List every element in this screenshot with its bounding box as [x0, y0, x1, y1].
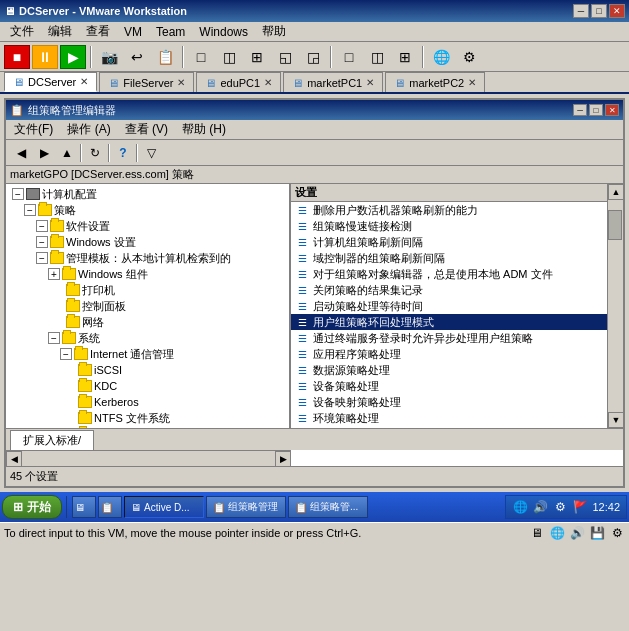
tree-expand-internet[interactable]: −	[60, 348, 72, 360]
right-item-4[interactable]: ☰ 对于组策略对象编辑器，总是使用本地 ADM 文件	[291, 266, 607, 282]
start-button[interactable]: ⊞ 开始	[2, 495, 62, 519]
tree-expand-sw[interactable]: −	[36, 220, 48, 232]
tree-item-network[interactable]: 网络	[8, 314, 287, 330]
tray-icon-speaker[interactable]: 🔊	[532, 499, 548, 515]
toolbar-btn9[interactable]: □	[336, 45, 362, 69]
toolbar-restore-btn[interactable]: ↩	[124, 45, 150, 69]
tree-scrollbar-h[interactable]: ◀ ▶	[6, 450, 291, 466]
tab-marketpc1[interactable]: 🖥 marketPC1 ✕	[283, 72, 383, 92]
toolbar-btn11[interactable]: ⊞	[392, 45, 418, 69]
tree-item-kdc[interactable]: KDC	[8, 378, 287, 394]
toolbar-btn10[interactable]: ◫	[364, 45, 390, 69]
inner-filter-btn[interactable]: ▽	[140, 143, 162, 163]
taskbar-btn-active[interactable]: 🖥 Active D...	[124, 496, 204, 518]
inner-menu-view[interactable]: 查看 (V)	[119, 120, 174, 139]
right-item-8[interactable]: ☰ 通过终端服务登录时允许异步处理用户组策略	[291, 330, 607, 346]
tab-fileserver[interactable]: 🖥 FileServer ✕	[99, 72, 194, 92]
inner-menu-file[interactable]: 文件(F)	[8, 120, 59, 139]
right-item-13[interactable]: ☰ 环境策略处理	[291, 410, 607, 426]
tree-item-wincomp[interactable]: + Windows 组件	[8, 266, 287, 282]
toolbar-settings-btn[interactable]: ⚙	[456, 45, 482, 69]
tree-item-sw[interactable]: − 软件设置	[8, 218, 287, 234]
tray-icon-flag[interactable]: 🚩	[572, 499, 588, 515]
menu-edit[interactable]: 编辑	[42, 22, 78, 41]
tree-item-iscsi[interactable]: iSCSI	[8, 362, 287, 378]
right-item-5[interactable]: ☰ 关闭策略的结果集记录	[291, 282, 607, 298]
tree-item-admin[interactable]: − 管理模板：从本地计算机检索到的	[8, 250, 287, 266]
inner-close-btn[interactable]: ✕	[605, 104, 619, 116]
toolbar-pause-btn[interactable]: ⏸	[32, 45, 58, 69]
right-item-2[interactable]: ☰ 计算机组策略刷新间隔	[291, 234, 607, 250]
scroll-up-btn[interactable]: ▲	[608, 184, 623, 200]
scroll-thumb[interactable]	[608, 210, 622, 240]
tab-marketpc2[interactable]: 🖥 marketPC2 ✕	[385, 72, 485, 92]
taskbar-btn-icon1[interactable]: 🖥	[72, 496, 96, 518]
toolbar-stop-btn[interactable]: ▶	[60, 45, 86, 69]
inner-forward-btn[interactable]: ▶	[33, 143, 55, 163]
toolbar-btn5[interactable]: ◫	[216, 45, 242, 69]
tree-expand-win-settings[interactable]: −	[36, 236, 48, 248]
vm-icon-3[interactable]: 🔊	[569, 525, 585, 541]
tree-item-ctrlpanel[interactable]: 控制面板	[8, 298, 287, 314]
tree-expand-system[interactable]: −	[48, 332, 60, 344]
right-item-7[interactable]: ☰ 用户组策略环回处理模式	[291, 314, 607, 330]
toolbar-snap-btn[interactable]: 📷	[96, 45, 122, 69]
tab-edupc1[interactable]: 🖥 eduPC1 ✕	[196, 72, 281, 92]
taskbar-btn-gp1[interactable]: 📋 组策略管理	[206, 496, 286, 518]
tree-pane[interactable]: − 计算机配置 − 策略 − 软件设置 − Windows 设置	[6, 184, 291, 428]
inner-back-btn[interactable]: ◀	[10, 143, 32, 163]
scroll-track[interactable]	[608, 200, 623, 412]
menu-team[interactable]: Team	[150, 24, 191, 40]
scroll-h-track[interactable]	[22, 451, 275, 466]
tree-item-win-settings[interactable]: − Windows 设置	[8, 234, 287, 250]
menu-help[interactable]: 帮助	[256, 22, 292, 41]
taskbar-btn-gp2[interactable]: 📋 组策略管...	[288, 496, 368, 518]
menu-view[interactable]: 查看	[80, 22, 116, 41]
inner-menu-action[interactable]: 操作 (A)	[61, 120, 116, 139]
toolbar-btn4[interactable]: □	[188, 45, 214, 69]
tab-fileserver-close[interactable]: ✕	[177, 77, 185, 88]
tree-expand-policy[interactable]: −	[24, 204, 36, 216]
right-item-0[interactable]: ☰ 删除用户数活机器策略刷新的能力	[291, 202, 607, 218]
right-pane-scrollbar-v[interactable]: ▲ ▼	[607, 184, 623, 428]
toolbar-btn8[interactable]: ◲	[300, 45, 326, 69]
tree-item-root[interactable]: − 计算机配置	[8, 186, 287, 202]
toolbar-btn6[interactable]: ⊞	[244, 45, 270, 69]
inner-minimize-btn[interactable]: ─	[573, 104, 587, 116]
right-item-12[interactable]: ☰ 设备映射策略处理	[291, 394, 607, 410]
scroll-right-btn[interactable]: ▶	[275, 451, 291, 467]
tab-marketpc2-close[interactable]: ✕	[468, 77, 476, 88]
tree-item-ntfs[interactable]: NTFS 文件系统	[8, 410, 287, 426]
toolbar-power-btn[interactable]: ■	[4, 45, 30, 69]
tab-dcserver[interactable]: 🖥 DCServer ✕	[4, 72, 97, 92]
inner-refresh-btn[interactable]: ↻	[84, 143, 106, 163]
right-item-10[interactable]: ☰ 数据源策略处理	[291, 362, 607, 378]
tree-item-system[interactable]: − 系统	[8, 330, 287, 346]
tray-icon-network[interactable]: 🌐	[512, 499, 528, 515]
tab-edupc1-close[interactable]: ✕	[264, 77, 272, 88]
toolbar-btn7[interactable]: ◱	[272, 45, 298, 69]
vm-icon-4[interactable]: 💾	[589, 525, 605, 541]
right-item-6[interactable]: ☰ 启动策略处理等待时间	[291, 298, 607, 314]
tree-expand-root[interactable]: −	[12, 188, 24, 200]
scroll-down-btn[interactable]: ▼	[608, 412, 623, 428]
inner-up-btn[interactable]: ▲	[56, 143, 78, 163]
maximize-button[interactable]: □	[591, 4, 607, 18]
right-item-1[interactable]: ☰ 组策略慢速链接检测	[291, 218, 607, 234]
menu-windows[interactable]: Windows	[193, 24, 254, 40]
bottom-tab-expand[interactable]: 扩展入标准/	[10, 430, 94, 450]
tree-item-internet[interactable]: − Internet 通信管理	[8, 346, 287, 362]
inner-help-btn[interactable]: ?	[112, 143, 134, 163]
inner-restore-btn[interactable]: □	[589, 104, 603, 116]
tray-icon-settings[interactable]: ⚙	[552, 499, 568, 515]
right-pane[interactable]: 设置 ☰ 删除用户数活机器策略刷新的能力 ☰ 组策略慢速链接检测 ☰ 计算机组策…	[291, 184, 607, 428]
vm-icon-2[interactable]: 🌐	[549, 525, 565, 541]
tree-expand-wincomp[interactable]: +	[48, 268, 60, 280]
right-item-9[interactable]: ☰ 应用程序策略处理	[291, 346, 607, 362]
vm-icon-1[interactable]: 🖥	[529, 525, 545, 541]
right-item-11[interactable]: ☰ 设备策略处理	[291, 378, 607, 394]
tree-expand-admin[interactable]: −	[36, 252, 48, 264]
tree-item-policy[interactable]: − 策略	[8, 202, 287, 218]
vm-icon-5[interactable]: ⚙	[609, 525, 625, 541]
inner-menu-help[interactable]: 帮助 (H)	[176, 120, 232, 139]
